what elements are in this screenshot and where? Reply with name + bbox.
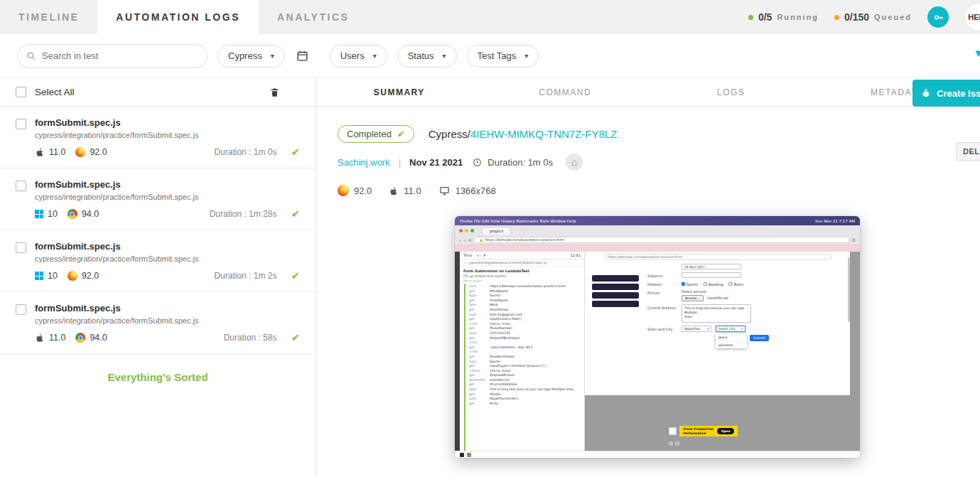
- minimize-window-icon: [465, 229, 468, 232]
- list-header: Select All: [0, 78, 316, 107]
- runner-command-line: get#userNumber: [469, 326, 581, 331]
- session-date: Nov 21 2021: [409, 157, 463, 168]
- search-box[interactable]: [17, 44, 208, 68]
- hobbies-label: Hobbies: [647, 281, 682, 286]
- test-list-item[interactable]: formSubmit.spec.js cypress/integration/p…: [0, 230, 316, 292]
- test-screenshot[interactable]: Firefox File Edit View History Bookmarks…: [455, 216, 860, 458]
- form-row-address: Current Address This is long text area a…: [647, 304, 844, 323]
- test-list-item[interactable]: formSubmit.spec.js cypress/integration/p…: [0, 292, 316, 354]
- subjects-input: [682, 272, 741, 278]
- status-select[interactable]: Status ▾: [397, 45, 457, 68]
- test-duration: Duration : 1m 28s: [210, 209, 277, 219]
- test-list-item[interactable]: formSubmit.spec.js cypress/integration/p…: [0, 168, 316, 230]
- back-icon: ‹: [459, 237, 461, 243]
- hobby-label: Sports: [686, 282, 698, 286]
- runner-command-line: visithttps://demoqa.com/automation-pract…: [469, 284, 581, 289]
- tab-summary[interactable]: SUMMARY: [316, 78, 483, 106]
- chevron-down-icon: ▾: [741, 328, 743, 331]
- clock-icon: [473, 158, 482, 167]
- tab-automation-logs[interactable]: AUTOMATION LOGS: [97, 0, 259, 34]
- runner-command-line: get#userEmail: [469, 308, 581, 313]
- running-value: 0/5: [758, 11, 772, 23]
- runner-command-line: getinput[type='checkbox'][value='1']: [469, 364, 581, 369]
- runner-command-line: get#subjectsInput: [469, 355, 581, 360]
- select-all-checkbox[interactable]: [16, 87, 26, 97]
- mac-menubar-menus: Firefox File Edit View History Bookmarks…: [460, 219, 576, 223]
- users-select[interactable]: Users ▾: [330, 45, 387, 68]
- tab-logs[interactable]: LOGS: [648, 78, 814, 106]
- test-title: formSubmit.spec.js: [35, 117, 306, 128]
- runner-command-line: type1231231231: [469, 331, 581, 336]
- runner-command-line: get#city: [469, 402, 581, 407]
- city-select: Select City ▾: [716, 326, 745, 332]
- test-meta: 10 92.0 Duration : 1m 2s ✔: [35, 269, 306, 282]
- test-list-item[interactable]: formSubmit.spec.js cypress/integration/p…: [0, 107, 316, 168]
- runner-test-body-label: TEST BODY: [460, 279, 584, 284]
- runner-command-line: typeSports: [469, 360, 581, 365]
- file-name-text: somefile.txt: [707, 296, 728, 300]
- spec-check-icon: ✓: [463, 261, 466, 264]
- create-issue-label: Create Issue: [937, 88, 980, 99]
- session-id-link[interactable]: 4IEHW-MIMKQ-TNN7Z-FY8LZ: [470, 128, 617, 140]
- chrome-icon: [68, 209, 77, 219]
- env-browser: 92.0: [338, 185, 372, 196]
- runner-command-line: attachFilesomefile.txt: [469, 378, 581, 383]
- checkbox-icon: [704, 282, 707, 286]
- test-checkbox[interactable]: [16, 181, 26, 191]
- zoom-window-icon: [470, 229, 474, 232]
- test-checkbox[interactable]: [16, 119, 26, 129]
- topbar-status-cluster: 0/5 Running 0/150 Queued HELP: [748, 0, 980, 34]
- filter-corner-icon[interactable]: ▼: [973, 47, 980, 59]
- browser-tab: project: [482, 227, 511, 235]
- access-key-button[interactable]: [927, 6, 949, 28]
- runner-command-line: typeThis is long text area as you can ty…: [469, 387, 581, 392]
- address-bar: 🔒 https://demoqa.com/automation-practice…: [474, 237, 849, 243]
- ad-title-line2: Performance: [683, 432, 714, 435]
- env-os: 11.0: [389, 186, 421, 196]
- user-link[interactable]: Sachinj.work: [338, 157, 390, 168]
- test-title: formSubmit.spec.js: [35, 179, 306, 190]
- delete-session-button[interactable]: DELETE: [956, 142, 980, 161]
- test-duration: Duration : 1m 2s: [214, 271, 276, 281]
- status-check-icon: ✔: [397, 129, 405, 139]
- close-window-icon: [459, 229, 463, 232]
- queued-label: Queued: [874, 13, 912, 21]
- home-button[interactable]: ⌂: [566, 154, 583, 171]
- tab-analytics[interactable]: ANALYTICS: [259, 0, 367, 34]
- test-checkbox[interactable]: [16, 242, 26, 253]
- passed-check-icon: ✔: [291, 331, 300, 344]
- form-label: [647, 264, 682, 269]
- app-url-bar: https://demoqa.com/automation-practice-f…: [603, 254, 831, 260]
- runner-suite-title: Form Submission on LambdaTest: [460, 267, 584, 273]
- test-path: cypress/integration/practice/formSubmit.…: [35, 193, 306, 201]
- test-duration: Duration : 1m 0s: [214, 147, 276, 157]
- ad-social-icons: [669, 441, 679, 446]
- create-issue-button[interactable]: Create Issue: [912, 80, 980, 107]
- help-button[interactable]: HELP: [964, 3, 980, 31]
- separator: |: [399, 157, 401, 168]
- test-meta: 11.0 92.0 Duration : 1m 0s ✔: [35, 146, 306, 159]
- runner-test-title: Fill up details and submit: [460, 273, 584, 279]
- test-checkbox[interactable]: [16, 304, 26, 315]
- os-version: 10: [48, 209, 58, 219]
- env-resolution: 1366x768: [438, 186, 496, 196]
- passed-check-icon: ✔: [291, 208, 300, 220]
- dock-icon: [460, 453, 464, 457]
- tab-command[interactable]: COMMAND: [483, 78, 649, 106]
- test-path: cypress/integration/practice/formSubmit.…: [35, 131, 306, 139]
- date-picker-button[interactable]: [295, 48, 310, 63]
- windows-icon: [35, 210, 43, 218]
- search-input[interactable]: [42, 50, 198, 61]
- framework-select[interactable]: Cypress ▾: [217, 45, 285, 68]
- accordion-item: [592, 292, 639, 299]
- delete-selected-button[interactable]: [269, 87, 280, 98]
- runner-command-line: typeWork: [469, 303, 581, 308]
- test-tags-select[interactable]: Test Tags ▾: [467, 45, 539, 68]
- test-meta: 11.0 94.0 Duration : 58s ✔: [35, 331, 306, 344]
- accordion-item: [592, 301, 639, 307]
- tab-timeline[interactable]: TIMELINE: [0, 0, 97, 34]
- browser-version: 94.0: [90, 333, 107, 343]
- passed-check-icon: ✔: [291, 269, 300, 282]
- hobby-label: Reading: [709, 282, 723, 286]
- browser-version: 92.0: [82, 271, 99, 281]
